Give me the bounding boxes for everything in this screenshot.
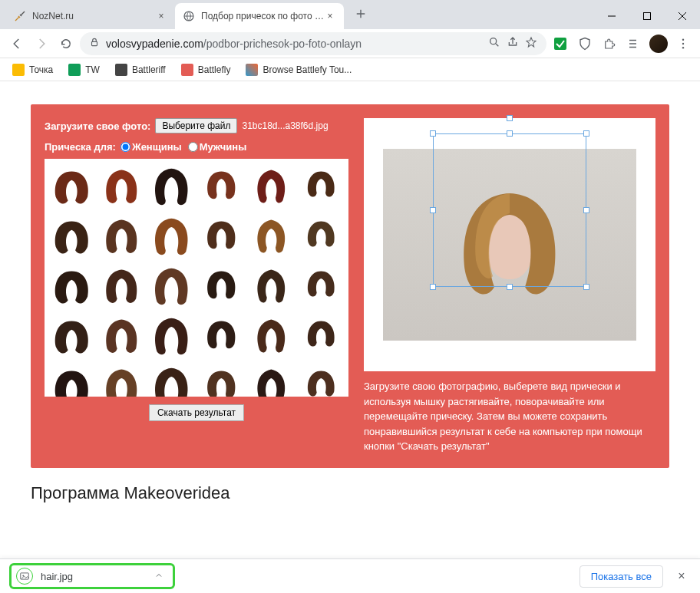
avatar[interactable] — [648, 33, 669, 54]
hairstyle-thumb[interactable] — [197, 262, 246, 310]
search-preferences-icon[interactable] — [488, 36, 500, 51]
hairstyle-thumb[interactable] — [247, 212, 296, 260]
bookmark-label: Точка — [29, 64, 53, 75]
maximize-button[interactable] — [629, 3, 665, 29]
choose-file-button[interactable]: Выберите файл — [155, 118, 237, 133]
close-icon[interactable]: × — [324, 11, 336, 21]
share-icon[interactable] — [507, 36, 519, 51]
resize-handle-se[interactable] — [583, 284, 589, 290]
extension-check-icon[interactable] — [550, 33, 571, 54]
hairstyle-thumb[interactable] — [48, 311, 96, 360]
hairstyle-thumb[interactable] — [297, 311, 345, 360]
hairstyle-thumb[interactable] — [247, 262, 296, 310]
hairstyle-thumb[interactable] — [48, 162, 96, 210]
download-item[interactable]: hair.jpg — [9, 563, 175, 589]
hairstyle-thumb[interactable] — [48, 361, 96, 397]
resize-handle-n[interactable] — [507, 130, 513, 137]
resize-handle-e[interactable] — [583, 207, 589, 213]
hairstyle-thumb[interactable] — [97, 311, 146, 360]
hairstyle-thumb[interactable] — [48, 262, 96, 310]
hairstyle-thumb[interactable] — [147, 311, 196, 360]
close-window-button[interactable] — [665, 3, 700, 29]
chosen-file-name: 31bc18d...a38f6d.jpg — [242, 120, 328, 131]
resize-handle-s[interactable] — [507, 284, 513, 290]
hairstyle-thumb[interactable] — [247, 361, 296, 397]
gender-male-label: Мужчины — [200, 141, 247, 153]
bookmark-star-icon[interactable] — [525, 36, 537, 51]
hairstyle-thumb[interactable] — [297, 162, 345, 210]
page-content: Загрузите свое фото: Выберите файл 31bc1… — [0, 81, 700, 558]
download-shelf: hair.jpg Показать все × — [0, 558, 700, 593]
close-shelf-button[interactable]: × — [672, 569, 691, 583]
hairstyle-thumb[interactable] — [297, 212, 345, 260]
menu-dots-icon[interactable] — [672, 33, 694, 54]
hairstyle-thumb[interactable] — [97, 262, 146, 310]
address-bar[interactable]: volosvypadenie.com/podbor-prichesok-po-f… — [80, 32, 546, 55]
reload-button[interactable] — [55, 33, 77, 54]
resize-handle-sw[interactable] — [430, 284, 436, 290]
close-icon[interactable]: × — [155, 11, 167, 21]
hairstyle-thumb[interactable] — [97, 162, 146, 210]
upload-label: Загрузите свое фото: — [45, 120, 150, 132]
hairstyle-thumb[interactable] — [197, 311, 246, 360]
new-tab-button[interactable] — [350, 3, 371, 25]
extension-shield-icon[interactable] — [574, 33, 596, 54]
hairstyle-thumb[interactable] — [297, 361, 345, 397]
extension-puzzle-icon[interactable] — [599, 33, 620, 54]
hairstyle-thumb[interactable] — [97, 361, 146, 397]
hairstyle-thumb[interactable] — [147, 361, 196, 397]
minimize-button[interactable] — [594, 3, 629, 29]
help-text: Загрузите свою фотографию, выберете вид … — [364, 379, 655, 454]
bookmark-favicon — [181, 64, 193, 76]
bookmark-battlefly[interactable]: Battlefly — [175, 61, 237, 78]
back-button[interactable] — [6, 33, 28, 54]
hairstyle-grid[interactable] — [45, 159, 348, 397]
svg-rect-1 — [644, 13, 651, 20]
radio-female[interactable] — [121, 142, 130, 152]
show-all-downloads-button[interactable]: Показать все — [579, 565, 663, 588]
hairstyle-thumb[interactable] — [247, 162, 296, 210]
bookmark-favicon — [246, 64, 258, 76]
window-controls — [594, 3, 700, 29]
titlebar: NozNet.ru × Подбор причесок по фото онла… — [0, 0, 700, 29]
hairstyle-thumb[interactable] — [197, 162, 246, 210]
extension-list-icon[interactable] — [623, 33, 645, 54]
radio-male[interactable] — [188, 142, 198, 152]
forward-button[interactable] — [31, 33, 52, 54]
bookmark-label: TW — [85, 64, 100, 75]
hairstyle-thumb[interactable] — [48, 212, 96, 260]
resize-handle-w[interactable] — [430, 207, 436, 213]
download-result-button[interactable]: Скачать результат — [149, 404, 244, 421]
bookmark-tw[interactable]: TW — [62, 61, 106, 78]
resize-handle-ne[interactable] — [583, 130, 589, 137]
next-section-title: Программа Makeoveridea — [31, 483, 669, 503]
bookmark-battleriff[interactable]: Battleriff — [109, 61, 172, 78]
svg-point-7 — [682, 47, 684, 48]
resize-handle-nw[interactable] — [430, 130, 436, 137]
tab-podbor[interactable]: Подбор причесок по фото онла × — [175, 3, 344, 29]
bookmark-label: Browse Battlefy Tou... — [262, 64, 352, 75]
hairstyle-thumb[interactable] — [147, 162, 196, 210]
hairstyle-thumb[interactable] — [197, 212, 246, 260]
rotate-handle[interactable] — [507, 115, 513, 121]
chevron-up-icon[interactable] — [154, 571, 163, 582]
image-file-icon — [16, 568, 33, 585]
hairstyle-thumb[interactable] — [147, 262, 196, 310]
transform-box[interactable] — [433, 133, 586, 287]
bookmark-favicon — [115, 64, 127, 76]
preview-canvas[interactable] — [364, 118, 655, 371]
browser-toolbar: volosvypadenie.com/podbor-prichesok-po-f… — [0, 29, 700, 58]
upload-row: Загрузите свое фото: Выберите файл 31bc1… — [45, 118, 348, 133]
hairstyle-thumb[interactable] — [297, 262, 345, 310]
hairstyle-thumb[interactable] — [97, 212, 146, 260]
tab-noznet[interactable]: NozNet.ru × — [6, 3, 175, 29]
hairstyle-thumb[interactable] — [197, 361, 246, 397]
hairstyle-thumb[interactable] — [147, 212, 196, 260]
bookmark-battlefy-tou[interactable]: Browse Battlefy Tou... — [239, 61, 358, 78]
bookmark-tochka[interactable]: Точка — [6, 61, 59, 78]
svg-point-3 — [490, 38, 497, 44]
svg-point-5 — [682, 38, 684, 40]
hairstyle-thumb[interactable] — [247, 311, 296, 360]
bookmark-favicon — [12, 64, 25, 76]
url-text: volosvypadenie.com/podbor-prichesok-po-f… — [106, 38, 482, 50]
